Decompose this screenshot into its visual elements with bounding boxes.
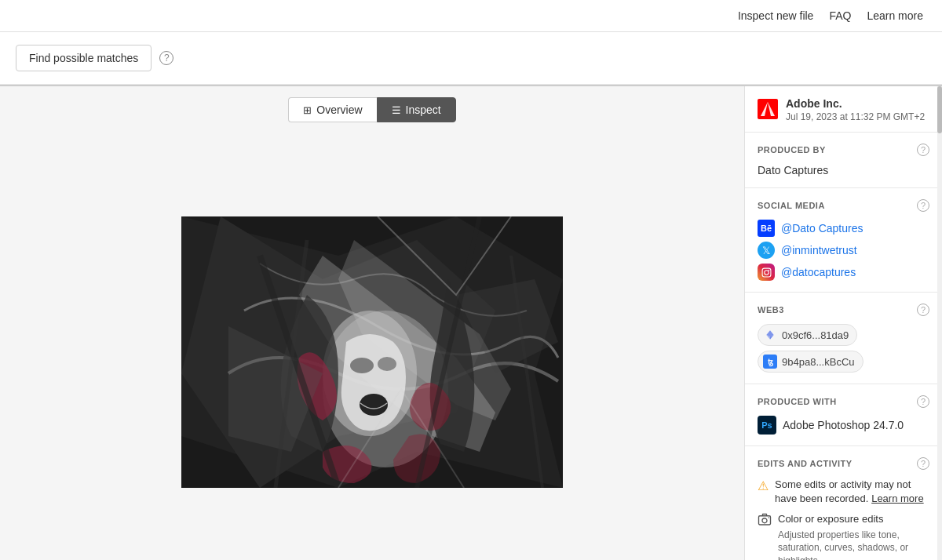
tab-inspect-label: Inspect: [406, 104, 441, 116]
edits-color-desc: Adjusted properties like tone, saturatio…: [778, 529, 929, 560]
social-media-section: SOCIAL MEDIA ? Bē @Dato Captures 𝕏 @inmi…: [745, 188, 942, 293]
eth-chip: 0x9cf6...81da9: [758, 324, 857, 346]
faq-link[interactable]: FAQ: [829, 9, 851, 22]
learn-more-link[interactable]: Learn more: [867, 9, 923, 22]
produced-by-section: PRODUCED BY ? Dato Captures: [745, 133, 942, 188]
edits-color-text: Color or exposure edits Adjusted propert…: [778, 512, 929, 560]
edits-color-label: Color or exposure edits: [778, 512, 929, 526]
main-content: ⊞ Overview ☰ Inspect: [0, 85, 942, 560]
tezos-chip: ꜩ 9b4pa8...kBcCu: [758, 351, 864, 373]
behance-link[interactable]: Bē @Dato Captures: [758, 220, 929, 237]
produced-by-title: PRODUCED BY: [758, 145, 826, 155]
edits-help-icon[interactable]: ?: [917, 457, 929, 470]
tezos-icon: ꜩ: [763, 355, 777, 369]
adobe-company-name: Adobe Inc.: [786, 97, 925, 110]
find-matches-button[interactable]: Find possible matches: [16, 45, 152, 71]
twitter-link[interactable]: 𝕏 @inmintwetrust: [758, 242, 929, 259]
svg-point-3: [350, 358, 374, 373]
edits-warning-text: Some edits or activity may not have been…: [775, 478, 929, 506]
svg-rect-13: [762, 268, 771, 277]
produced-with-section: PRODUCED WITH ? Ps Adobe Photoshop 24.7.…: [745, 384, 942, 446]
right-panel: Adobe Inc. Jul 19, 2023 at 11:32 PM GMT+…: [744, 86, 942, 560]
tab-overview-label: Overview: [316, 104, 362, 116]
produced-with-title: PRODUCED WITH: [758, 397, 837, 406]
instagram-icon: [758, 264, 775, 281]
adobe-date: Jul 19, 2023 at 11:32 PM GMT+2: [786, 111, 925, 122]
ethereum-icon: [763, 328, 777, 342]
svg-point-15: [768, 269, 769, 271]
scroll-thumb[interactable]: [937, 86, 942, 133]
produced-with-value: Adobe Photoshop 24.7.0: [783, 419, 904, 431]
overview-icon: ⊞: [303, 104, 312, 116]
warning-icon: ⚠: [758, 478, 769, 493]
web3-help-icon[interactable]: ?: [917, 304, 929, 316]
tezos-address: 9b4pa8...kBcCu: [782, 356, 855, 368]
find-matches-help-icon[interactable]: ?: [159, 51, 173, 65]
web3-title: WEB3: [758, 305, 784, 315]
product-row: Ps Adobe Photoshop 24.7.0: [758, 416, 929, 435]
svg-point-21: [769, 518, 770, 519]
left-panel: ⊞ Overview ☰ Inspect: [0, 86, 744, 560]
twitter-handle: @inmintwetrust: [781, 244, 857, 256]
photoshop-icon: Ps: [758, 416, 776, 435]
tab-inspect[interactable]: ☰ Inspect: [377, 97, 456, 122]
edits-color-row: Color or exposure edits Adjusted propert…: [758, 512, 929, 560]
produced-with-help-icon[interactable]: ?: [917, 395, 929, 408]
svg-point-5: [360, 394, 388, 416]
web3-section: WEB3 ? 0x9cf6...81da9: [745, 293, 942, 384]
edits-title: EDITS AND ACTIVITY: [758, 459, 853, 468]
behance-icon: Bē: [758, 220, 775, 237]
social-media-help-icon[interactable]: ?: [917, 199, 929, 212]
header: Inspect new file FAQ Learn more: [0, 0, 942, 32]
eth-address: 0x9cf6...81da9: [782, 329, 849, 341]
instagram-link[interactable]: @datocaptures: [758, 264, 929, 281]
svg-point-20: [762, 518, 767, 523]
social-media-title: SOCIAL MEDIA: [758, 201, 825, 210]
color-edit-icon: [758, 513, 772, 530]
produced-by-value: Dato Captures: [758, 164, 929, 176]
toolbar: Find possible matches ?: [0, 32, 942, 85]
edits-header: EDITS AND ACTIVITY ?: [758, 457, 929, 470]
scrollbar[interactable]: [937, 86, 942, 560]
produced-with-header: PRODUCED WITH ?: [758, 395, 929, 408]
edits-section: EDITS AND ACTIVITY ? ⚠ Some edits or act…: [745, 446, 942, 560]
produced-by-help-icon[interactable]: ?: [917, 144, 929, 156]
svg-point-4: [378, 357, 396, 371]
tab-overview[interactable]: ⊞ Overview: [288, 97, 376, 122]
twitter-icon: 𝕏: [758, 242, 775, 259]
artwork-image: [181, 216, 563, 488]
image-container: [150, 133, 594, 560]
tabs-bar: ⊞ Overview ☰ Inspect: [288, 86, 456, 133]
edits-learn-more-link[interactable]: Learn more: [871, 493, 923, 504]
behance-handle: @Dato Captures: [781, 222, 863, 235]
edits-warning-row: ⚠ Some edits or activity may not have be…: [758, 478, 929, 506]
inspect-new-file-link[interactable]: Inspect new file: [738, 9, 814, 22]
web3-header: WEB3 ?: [758, 304, 929, 316]
adobe-info: Adobe Inc. Jul 19, 2023 at 11:32 PM GMT+…: [786, 97, 925, 122]
adobe-logo-icon: [758, 99, 778, 119]
instagram-handle: @datocaptures: [781, 266, 856, 278]
produced-by-header: PRODUCED BY ?: [758, 144, 929, 156]
svg-point-14: [764, 270, 768, 274]
social-media-header: SOCIAL MEDIA ?: [758, 199, 929, 212]
adobe-header: Adobe Inc. Jul 19, 2023 at 11:32 PM GMT+…: [745, 86, 942, 133]
inspect-icon: ☰: [392, 104, 401, 116]
